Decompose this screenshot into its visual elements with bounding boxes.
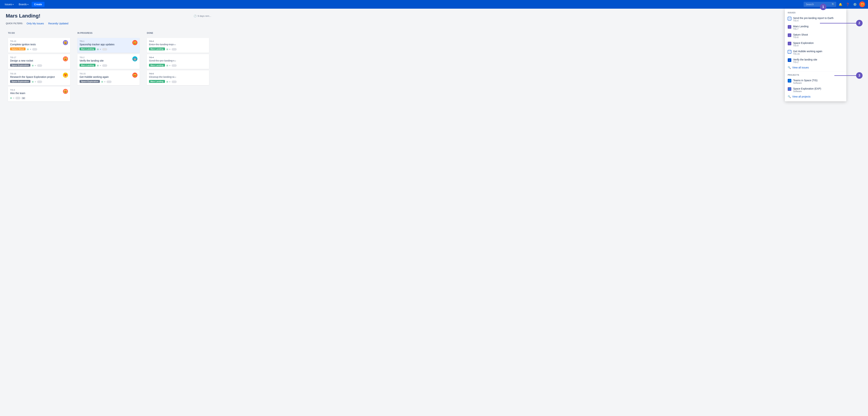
card-icons: ⊞ = xyxy=(166,80,177,83)
time-remaining: 9 days rem... xyxy=(198,14,211,18)
bookmark-icon: ⊞ xyxy=(32,80,34,83)
toggle-switch[interactable] xyxy=(172,64,177,67)
search-icon-issues: 🔍 xyxy=(788,66,791,69)
equals-icon: = xyxy=(169,48,170,50)
card[interactable]: TIS-17Design a new rocket😺Space Explorat… xyxy=(8,54,70,69)
card-title: Spaceship tracker app updates xyxy=(80,43,137,46)
card-avatar: 😺 xyxy=(63,56,68,61)
dropdown-item-text: Saturn Shoot TIS-8 xyxy=(793,33,843,39)
toggle-switch[interactable] xyxy=(37,64,42,67)
card-title: Get Hubble working again xyxy=(80,75,137,78)
card-tag: Mars Landing xyxy=(149,80,165,83)
create-button[interactable]: Create xyxy=(32,2,45,7)
issues-section-title: ISSUES xyxy=(785,11,846,15)
toggle-switch[interactable] xyxy=(37,80,42,83)
card[interactable]: TIS-10Complete ignition tests😺Saturn Sho… xyxy=(8,38,70,53)
issues-menu[interactable]: Issues ▾ xyxy=(3,2,16,7)
card-footer: Mars Landing ⊞ = xyxy=(149,47,207,50)
issues-dropdown-arrow: ▾ xyxy=(13,3,13,5)
dropdown-issue-id: TIS-15 xyxy=(793,53,843,55)
toggle-switch[interactable] xyxy=(172,80,177,83)
card-footer: Space Exploration ⊞ = xyxy=(10,64,68,67)
card-footer: ⊞ = 1d xyxy=(10,96,68,99)
filter-my-issues[interactable]: Only My Issues xyxy=(26,22,45,25)
card-icons: ⊞ = xyxy=(166,48,177,50)
card-id: TIS-6 xyxy=(10,89,68,91)
card-id: TIS-3 xyxy=(149,40,207,42)
dropdown-project-text: Teams in Space (TIS) Software xyxy=(793,79,843,84)
card[interactable]: TIS-6Hire the team😺 ⊞ = 1d xyxy=(8,87,70,101)
column-todo: TO DOTIS-10Complete ignition tests😺Satur… xyxy=(6,30,72,105)
card-tag: Mars Landing xyxy=(149,64,165,67)
arrow-icon: ↑ xyxy=(788,25,791,29)
column-done: DONETIS-3Enter the landing traje...Mars … xyxy=(145,30,211,105)
card[interactable]: TIS-16Research the Space Exploration pro… xyxy=(8,70,70,85)
card-id: TIS-5 xyxy=(149,73,207,75)
bookmark-icon: ⊞ xyxy=(10,97,12,99)
card-tag: Mars Landing xyxy=(80,47,95,50)
bookmark-icon: ⊞ xyxy=(101,80,103,83)
dropdown-issue-title: Verify the landing site xyxy=(793,58,843,61)
card[interactable]: TIS-3Enter the landing traje...Mars Land… xyxy=(147,38,209,53)
view-all-issues-link[interactable]: 🔍 View all issues xyxy=(785,65,846,70)
bookmark-icon: ⊞ xyxy=(97,64,99,67)
card-footer: Saturn Shoot ⊞ = xyxy=(10,47,68,50)
toggle-switch[interactable] xyxy=(106,80,112,83)
card-avatar: 🤖 xyxy=(132,56,137,61)
settings-button[interactable]: ⚙️ xyxy=(852,1,858,7)
clock-icon: 🕐 xyxy=(194,14,196,18)
card-footer: Mars Landing ⊞ = xyxy=(80,64,137,67)
card[interactable]: TIS-2Verify the landing site🤖Mars Landin… xyxy=(78,54,140,69)
card-icons: ⊞ = xyxy=(97,48,107,50)
card-icons: ⊞ = xyxy=(166,64,177,67)
toggle-switch[interactable] xyxy=(102,48,107,50)
toggle-switch[interactable] xyxy=(172,48,177,50)
card-title: Research the Space Exploration project xyxy=(10,75,68,78)
card-id: TIS-4 xyxy=(149,56,207,59)
toggle-switch[interactable] xyxy=(16,97,21,99)
time-estimate: 1d xyxy=(22,97,25,99)
card[interactable]: TIS-4Send the pre-landing r...Mars Landi… xyxy=(147,54,209,69)
card-id: TIS-16 xyxy=(10,73,68,75)
dropdown-project-subtitle: Software xyxy=(793,90,843,93)
dropdown-issue-item[interactable]: ↑ Space Exploration TIS-9 xyxy=(785,40,846,48)
equals-icon: = xyxy=(35,64,36,67)
card-tag: Saturn Shoot xyxy=(10,47,26,50)
dropdown-issue-title: Get Hubble working again xyxy=(793,50,843,53)
card-id: TIS-2 xyxy=(80,56,137,59)
dropdown-issue-item[interactable]: ↑ Saturn Shoot TIS-8 xyxy=(785,32,846,40)
card-footer: Space Exploration ⊞ = xyxy=(10,80,68,83)
card-tag: Mars Landing xyxy=(149,47,165,50)
notification-bell-button[interactable]: 🔔 xyxy=(838,1,843,7)
user-avatar[interactable]: 😺 xyxy=(859,1,865,7)
card[interactable]: TIS-15Get Hubble working again😺Space Exp… xyxy=(78,70,140,85)
card-id: TIS-17 xyxy=(10,56,68,59)
callout-2: 2 xyxy=(856,20,863,26)
filter-recently-updated[interactable]: Recently Updated xyxy=(48,22,69,25)
help-button[interactable]: ❓ xyxy=(845,1,850,7)
card-tag: Space Exploration xyxy=(10,64,30,67)
boards-menu[interactable]: Boards ▾ xyxy=(17,2,30,7)
dropdown-issue-title: Saturn Shoot xyxy=(793,33,843,36)
dropdown-issue-item[interactable]: ✓ Verify the landing site TIS-2 xyxy=(785,57,846,65)
card-icons: ⊞ = xyxy=(101,80,112,83)
card-footer: Mars Landing ⊞ = xyxy=(149,64,207,67)
view-all-issues-label: View all issues xyxy=(792,66,809,69)
toggle-switch[interactable] xyxy=(102,64,107,67)
project-icon: 🌐 xyxy=(788,87,791,91)
card-title: Send the pre-landing r... xyxy=(149,59,207,62)
equals-icon: = xyxy=(104,80,105,83)
dropdown-issue-item[interactable]: ✓ Get Hubble working again TIS-15 xyxy=(785,48,846,57)
card[interactable]: TIS-5Cleanup the landing si...Mars Landi… xyxy=(147,70,209,85)
card[interactable]: TIS-1Spaceship tracker app updates😺Mars … xyxy=(78,38,140,53)
view-all-projects-link[interactable]: 🔍 View all projects xyxy=(785,94,846,99)
card-avatar: 🦊 xyxy=(63,73,68,78)
equals-icon: = xyxy=(13,97,14,99)
toggle-switch[interactable] xyxy=(32,48,37,50)
card-avatar: 😺 xyxy=(63,89,68,94)
card-title: Design a new rocket xyxy=(10,59,68,62)
dropdown-issue-title: Send the pre-landing report to Earth xyxy=(793,16,843,20)
dropdown-issue-id: TIS-8 xyxy=(793,36,843,39)
page-header: Mars Landing! 🕐 9 days rem... xyxy=(6,13,211,19)
dropdown-project-item[interactable]: 🌐 Space Exploration (EXP) Software xyxy=(785,86,846,94)
